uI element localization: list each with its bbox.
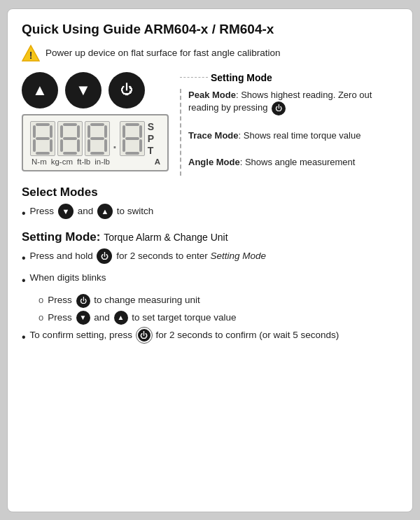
confirm-text: To confirm setting, press ⏻ for 2 second… <box>30 328 340 343</box>
diagram-section: ▲ ▼ ⏻ <box>22 72 398 176</box>
warning-text: Power up device on flat surface for fast… <box>46 48 280 58</box>
svg-rect-14 <box>77 139 80 152</box>
angle-mode-annotation: Angle Mode: Shows angle measurement <box>188 156 398 169</box>
select-modes-bullet: • Press ▼ and ▲ to switch <box>22 204 398 222</box>
unit-ftlb: ft-lb <box>77 157 90 166</box>
svg-rect-28 <box>139 139 142 152</box>
page-title: Quick Using Guide ARM604-x / RM604-x <box>22 22 398 37</box>
svg-rect-22 <box>90 152 104 155</box>
press-hold-text: Press and hold ⏻ for 2 seconds to enter … <box>30 248 266 264</box>
setting-mode-section-title: Setting Mode: Torque Alarm & Change Unit <box>22 230 398 244</box>
svg-rect-2 <box>36 123 50 126</box>
digit-4 <box>120 121 145 156</box>
bullet-dot-3: • <box>22 272 26 289</box>
digit-1 <box>30 121 55 156</box>
lcd-mode-letters: S P T <box>148 121 154 156</box>
sub-dot-1: o <box>38 293 43 307</box>
confirm-bullet: • To confirm setting, press ⏻ for 2 seco… <box>22 328 398 346</box>
svg-rect-29 <box>125 152 139 155</box>
svg-rect-27 <box>122 139 125 152</box>
svg-rect-18 <box>104 125 107 138</box>
power-inline-icon-4: ⏻ <box>136 328 152 343</box>
setting-mode-subtitle: Torque Alarm & Change Unit <box>104 232 227 243</box>
lcd-units: N-m kg-cm ft-lb in-lb A <box>30 157 160 166</box>
up-button[interactable]: ▲ <box>22 72 58 108</box>
svg-rect-12 <box>63 137 77 140</box>
svg-rect-3 <box>33 125 36 138</box>
unit-nm: N-m <box>31 157 47 166</box>
svg-rect-11 <box>77 125 80 138</box>
power-inline-icon-3: ⏻ <box>76 294 90 308</box>
down-inline-icon-1: ▼ <box>58 204 74 219</box>
trace-mode-text: : Shows real time torque value <box>239 130 361 141</box>
unit-a: A <box>155 157 160 166</box>
setting-mode-italic: Setting Mode <box>211 251 267 261</box>
down-button[interactable]: ▼ <box>65 72 102 108</box>
svg-rect-26 <box>125 137 139 140</box>
power-inline-icon-2: ⏻ <box>97 248 112 264</box>
sub-bullet-1: o Press ⏻ to change measuring unit <box>38 293 398 307</box>
lcd-inner: . <box>30 121 160 156</box>
setting-mode-section: Setting Mode: Torque Alarm & Change Unit… <box>22 230 398 346</box>
select-modes-title: Select Modes <box>22 185 398 199</box>
select-modes-section: Select Modes • Press ▼ and ▲ to switch <box>22 185 398 222</box>
select-modes-text: Press ▼ and ▲ to switch <box>30 204 154 219</box>
svg-rect-16 <box>90 123 104 126</box>
svg-rect-15 <box>63 152 77 155</box>
decimal-dot: . <box>112 131 118 156</box>
annotations-block: Peak Mode: Shows highest reading. Zero o… <box>180 89 398 176</box>
lcd-display: . <box>22 114 169 171</box>
svg-rect-6 <box>33 139 36 152</box>
svg-rect-13 <box>60 139 63 152</box>
power-inline-icon-1: ⏻ <box>272 101 286 115</box>
sub-dot-2: o <box>38 311 43 325</box>
warning-row: ! Power up device on flat surface for fa… <box>22 44 398 62</box>
svg-rect-24 <box>122 125 125 138</box>
svg-rect-21 <box>104 139 107 152</box>
right-annotations: Setting Mode Peak Mode: Shows highest re… <box>180 72 398 176</box>
bullet-dot-1: • <box>22 205 26 222</box>
peak-mode-annotation: Peak Mode: Shows highest reading. Zero o… <box>188 89 398 115</box>
unit-inlb: in-lb <box>94 157 110 166</box>
peak-mode-label: Peak Mode <box>188 90 236 100</box>
svg-rect-7 <box>50 139 52 152</box>
guide-card: Quick Using Guide ARM604-x / RM604-x ! P… <box>7 8 413 512</box>
angle-mode-text: : Shows angle measurement <box>240 157 356 167</box>
power-button[interactable]: ⏻ <box>108 72 145 108</box>
warning-icon: ! <box>22 44 40 62</box>
up-inline-icon-1: ▲ <box>97 204 113 219</box>
bullet-dot-4: • <box>22 329 26 346</box>
svg-rect-25 <box>139 125 142 138</box>
svg-text:!: ! <box>29 50 33 61</box>
setting-mode-label: Setting Mode <box>211 72 272 83</box>
trace-mode-label: Trace Mode <box>188 130 239 141</box>
digit-2 <box>57 121 83 156</box>
trace-mode-annotation: Trace Mode: Shows real time torque value <box>188 129 398 142</box>
digit-3 <box>85 121 110 156</box>
letter-p: P <box>148 133 154 144</box>
left-controls: ▲ ▼ ⏻ <box>22 72 169 171</box>
up-inline-icon-2: ▲ <box>114 311 128 325</box>
letter-s: S <box>148 121 154 132</box>
angle-mode-label: Angle Mode <box>188 157 240 167</box>
svg-rect-10 <box>60 125 63 138</box>
bullet-dot-2: • <box>22 250 26 267</box>
svg-rect-17 <box>88 125 90 138</box>
svg-rect-9 <box>63 123 77 126</box>
digit-container: . <box>30 121 145 156</box>
digits-blink-bullet: • When digits blinks <box>22 271 398 289</box>
button-row: ▲ ▼ ⏻ <box>22 72 169 108</box>
svg-rect-4 <box>50 125 52 138</box>
setting-mode-bold: Setting Mode: <box>22 230 100 244</box>
down-inline-icon-2: ▼ <box>76 311 90 325</box>
sub-bullet-1-text: Press ⏻ to change measuring unit <box>48 293 200 307</box>
letter-t: T <box>148 145 154 156</box>
digits-blink-text: When digits blinks <box>30 271 106 285</box>
unit-kgcm: kg-cm <box>51 157 73 166</box>
setting-mode-header: Setting Mode <box>180 72 398 83</box>
svg-rect-8 <box>36 152 50 155</box>
svg-rect-23 <box>125 123 139 126</box>
sub-bullet-2-text: Press ▼ and ▲ to set target torque value <box>48 311 236 325</box>
sub-bullet-2: o Press ▼ and ▲ to set target torque val… <box>38 311 398 325</box>
press-hold-bullet: • Press and hold ⏻ for 2 seconds to ente… <box>22 248 398 267</box>
